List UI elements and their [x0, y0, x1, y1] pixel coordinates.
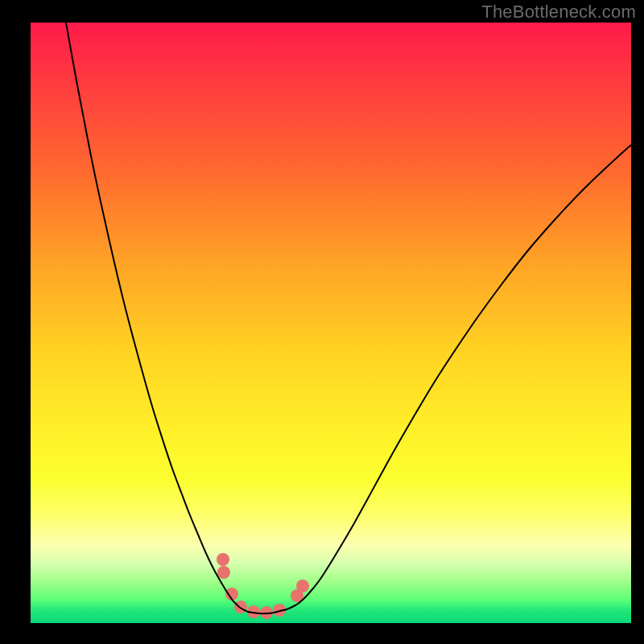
marker-i	[296, 580, 309, 592]
curve-path	[66, 23, 631, 613]
watermark-text: TheBottleneck.com	[481, 2, 636, 23]
chart-plot-area	[31, 23, 631, 623]
chart-frame: TheBottleneck.com	[0, 0, 644, 644]
marker-d	[234, 601, 247, 613]
marker-a	[217, 553, 229, 566]
marker-b	[217, 566, 230, 579]
chart-svg	[31, 23, 631, 623]
markers-group	[217, 553, 309, 619]
